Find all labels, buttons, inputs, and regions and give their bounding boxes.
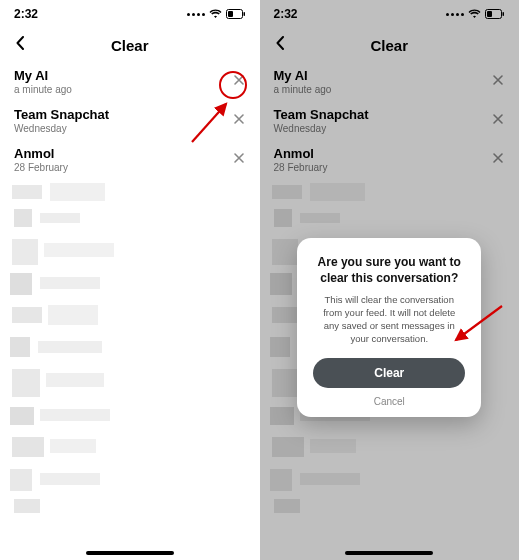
list-item-text: Team Snapchat Wednesday — [14, 107, 109, 134]
back-button[interactable] — [10, 32, 32, 58]
list-item-sub: 28 February — [14, 162, 68, 173]
svg-rect-1 — [228, 11, 233, 17]
list-item-name: My AI — [14, 68, 72, 83]
conversation-list: My AI a minute ago Team Snapchat Wednesd… — [0, 62, 260, 179]
wifi-icon — [209, 9, 222, 19]
list-item-sub: a minute ago — [14, 84, 72, 95]
list-item[interactable]: My AI a minute ago — [0, 62, 260, 101]
clear-button[interactable]: Clear — [313, 358, 465, 388]
status-right — [187, 9, 246, 19]
dialog-title: Are you sure you want to clear this conv… — [313, 254, 465, 286]
list-item-name: Anmol — [14, 146, 68, 161]
left-phone: 2:32 Clear My AI a minute ago — [0, 0, 260, 560]
battery-icon — [226, 9, 246, 19]
list-item-text: Anmol 28 February — [14, 146, 68, 173]
svg-rect-2 — [243, 12, 245, 16]
cellular-icon — [187, 13, 205, 16]
list-item-text: My AI a minute ago — [14, 68, 72, 95]
close-icon[interactable] — [232, 73, 246, 91]
right-phone: 2:32 Clear My AI a minute ago — [260, 0, 520, 560]
home-indicator — [86, 551, 174, 555]
list-item-name: Team Snapchat — [14, 107, 109, 122]
dialog-body: This will clear the conversation from yo… — [313, 294, 465, 345]
confirm-dialog: Are you sure you want to clear this conv… — [297, 238, 481, 417]
status-bar: 2:32 — [0, 0, 260, 28]
cancel-button[interactable]: Cancel — [313, 396, 465, 407]
list-item-sub: Wednesday — [14, 123, 109, 134]
page-title: Clear — [0, 37, 260, 54]
blurred-content — [0, 179, 260, 519]
list-item[interactable]: Anmol 28 February — [0, 140, 260, 179]
status-time: 2:32 — [14, 7, 38, 21]
nav-bar: Clear — [0, 28, 260, 62]
close-icon[interactable] — [232, 151, 246, 169]
close-icon[interactable] — [232, 112, 246, 130]
list-item[interactable]: Team Snapchat Wednesday — [0, 101, 260, 140]
